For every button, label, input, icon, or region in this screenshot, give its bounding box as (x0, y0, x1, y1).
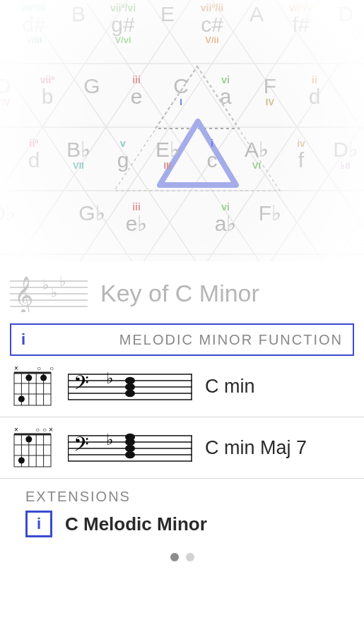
svg-point-43 (18, 396, 25, 402)
notation-staff: 𝄢 ♭ (68, 429, 192, 467)
extension-name: C Melodic Minor (65, 513, 207, 535)
svg-text:○: ○ (37, 364, 41, 372)
extensions-label: EXTENSIONS (0, 479, 364, 511)
svg-point-55 (125, 390, 135, 397)
page-dot[interactable] (170, 553, 179, 561)
svg-text:♭: ♭ (106, 369, 113, 387)
svg-text:𝄢: 𝄢 (74, 372, 89, 398)
notation-staff: 𝄢 ♭ (68, 367, 192, 405)
map-cell[interactable]: D (316, 3, 364, 25)
map-cell[interactable]: D♭ (0, 202, 33, 225)
svg-point-54 (125, 383, 135, 390)
svg-text:♭: ♭ (106, 431, 113, 448)
fretboard-diagram: × ○ ○ × (10, 426, 55, 470)
svg-point-53 (125, 377, 135, 384)
page-dots[interactable] (0, 553, 364, 561)
svg-line-17 (297, 0, 364, 261)
svg-point-82 (125, 451, 135, 458)
map-cell[interactable]: iiie♭ (107, 202, 166, 234)
chord-name: C min Maj 7 (205, 437, 307, 459)
function-box[interactable]: i MELODIC MINOR FUNCTION (10, 323, 354, 356)
map-cell[interactable]: F♭ (240, 202, 300, 225)
page-dot[interactable] (186, 553, 194, 561)
svg-text:×: × (14, 364, 18, 372)
svg-point-80 (125, 439, 135, 446)
function-roman: i (21, 330, 25, 349)
svg-line-10 (297, 0, 364, 261)
extension-badge: i (25, 511, 52, 537)
chord-row[interactable]: × ○ ○ × 𝄢 ♭ C (0, 417, 364, 479)
svg-point-68 (25, 436, 32, 443)
extension-row[interactable]: i C Melodic Minor (0, 511, 364, 537)
key-title: Key of C Minor (100, 280, 259, 307)
svg-text:♭: ♭ (59, 274, 66, 289)
key-signature-staff: 𝄞 ♭ ♭ ♭ (10, 274, 88, 312)
svg-point-81 (125, 445, 135, 452)
svg-text:♭: ♭ (42, 277, 49, 292)
chord-row[interactable]: × ○ ○ 𝄢 ♭ C min (0, 356, 364, 417)
key-header: 𝄞 ♭ ♭ ♭ Key of C Minor (0, 261, 364, 319)
map-cell[interactable]: iid (285, 75, 344, 107)
svg-point-42 (40, 375, 47, 381)
svg-point-41 (25, 375, 32, 381)
svg-text:𝄢: 𝄢 (74, 434, 89, 460)
chord-name: C min (205, 376, 255, 398)
fretboard-diagram: × ○ ○ (10, 364, 55, 408)
svg-text:○: ○ (35, 426, 40, 434)
svg-point-69 (18, 458, 25, 464)
chord-map[interactable]: viiº/iiid#V/iiiBviiº/vig#V/viEviiº/iic#V… (0, 0, 364, 261)
svg-text:♭: ♭ (51, 285, 57, 300)
map-cell[interactable]: D♭♭II (316, 138, 364, 170)
svg-text:𝄞: 𝄞 (14, 276, 33, 312)
svg-text:○: ○ (49, 364, 54, 372)
svg-text:×: × (49, 426, 53, 434)
function-label: MELODIC MINOR FUNCTION (40, 332, 343, 348)
svg-text:×: × (14, 426, 18, 434)
svg-text:○: ○ (42, 426, 47, 434)
